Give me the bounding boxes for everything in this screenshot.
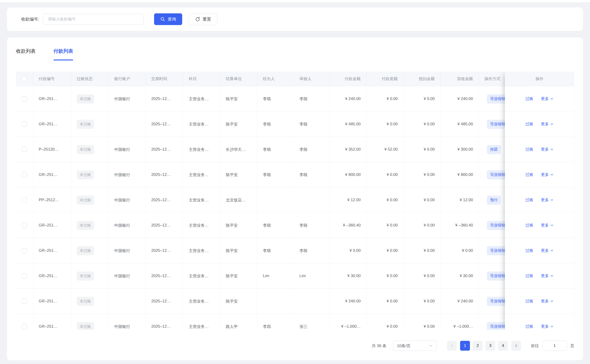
refresh-icon [195,17,200,22]
more-label: 更多 [541,147,549,152]
row-checkbox[interactable] [22,273,27,279]
post-link[interactable]: 过账 [525,248,534,253]
more-link[interactable]: 更多 [541,222,554,228]
cell-handler: 李萌 [257,111,294,137]
cell-handler: Lim [257,263,294,289]
cell-payment-no: PP–2512… [33,187,71,213]
more-link[interactable]: 更多 [541,248,554,253]
row-checkbox[interactable] [22,147,27,152]
row-checkbox[interactable] [22,122,27,127]
cell-handler [257,187,294,213]
page-button-1[interactable]: 1 [460,341,470,351]
fixed-actions-rows: 过账更多过账更多过账更多过账更多过账更多过账更多过账更多过账更多过账更多过账更多 [505,86,574,330]
cell-payment-amount: ¥ 352.00 [329,137,367,162]
row-checkbox[interactable] [22,324,27,329]
filter-bar: 收款编号: 查询 重置 [7,7,583,31]
cell-deduction-amount: ¥ 0.00 [403,238,441,263]
post-link[interactable]: 过账 [525,222,534,228]
cell-received-amount: ¥ 800.00 [441,162,479,187]
status-badge: 未过账 [77,322,94,330]
search-button-label: 查询 [168,16,176,22]
row-checkbox[interactable] [22,96,27,101]
cell-subject: 主营业务… [183,263,220,289]
more-label: 更多 [541,197,549,203]
reset-button[interactable]: 重置 [189,13,217,25]
cell-deduction-amount: ¥ 0.00 [403,314,441,330]
goto-page-input[interactable] [542,341,567,351]
cell-bank-account: 中国银行 [108,314,146,330]
cell-reviewer: Lim [294,263,329,289]
cell-deduction-amount: ¥ 0.00 [403,162,441,187]
cell-payment-no: GR–251… [33,314,71,330]
cell-payment-diff: ¥ 0.00 [367,111,403,137]
cell-received-amount: ¥ 240.00 [441,289,479,314]
more-link[interactable]: 更多 [541,147,554,152]
post-link[interactable]: 过账 [525,147,534,152]
cell-received-amount: ¥ 240.00 [441,86,479,111]
col-header-settlement-unit: 结算单位 [220,72,257,86]
table-row: GR–251…未过账2025–12…主营业务…陈平安李萌李萌¥ 485.00¥ … [16,111,574,137]
more-link[interactable]: 更多 [541,324,554,329]
row-checkbox[interactable] [22,197,27,203]
page-button-3[interactable]: 3 [485,341,495,351]
cell-payment-diff: ¥ 0.00 [367,289,403,314]
tab-receipt-list[interactable]: 收款列表 [16,48,36,60]
chevron-down-icon [550,223,554,227]
post-link[interactable]: 过账 [525,96,534,101]
more-label: 更多 [541,121,549,127]
select-all-checkbox[interactable] [22,76,27,82]
receipt-no-input[interactable] [43,14,144,25]
col-header-subject: 科目 [183,72,220,86]
more-label: 更多 [541,172,549,177]
row-actions: 过账更多 [505,213,574,238]
post-link[interactable]: 过账 [525,121,534,127]
cell-payment-amount: ¥ 30.00 [329,263,367,289]
cell-handler: 李萌 [257,86,294,111]
cell-received-amount: ¥ –360.40 [441,213,479,238]
post-link[interactable]: 过账 [525,172,534,177]
row-checkbox[interactable] [22,299,27,304]
post-link[interactable]: 过账 [525,197,534,203]
row-actions: 过账更多 [505,314,574,330]
chevron-down-icon [550,97,554,100]
row-actions: 过账更多 [505,86,574,111]
more-link[interactable]: 更多 [541,273,554,279]
prev-page-button[interactable] [447,341,457,351]
post-link[interactable]: 过账 [525,324,534,329]
chevron-left-icon [450,344,454,348]
post-link[interactable]: 过账 [525,299,534,304]
cell-deduction-amount: ¥ 0.00 [403,137,441,162]
page-button-2[interactable]: 2 [473,341,483,351]
search-button[interactable]: 查询 [154,13,182,25]
more-link[interactable]: 更多 [541,121,554,127]
post-link[interactable]: 过账 [525,273,534,279]
tab-payment-list[interactable]: 付款列表 [54,48,73,60]
cell-deduction-amount: ¥ 0.00 [403,187,441,213]
row-actions: 过账更多 [505,289,574,314]
next-page-button[interactable] [511,341,521,351]
page-button-4[interactable]: 4 [498,341,508,351]
cell-received-amount: ¥ 30.00 [441,263,479,289]
cell-payment-amount: ¥ –360.40 [329,213,367,238]
col-header-payment-diff: 付款差额 [367,72,403,86]
more-link[interactable]: 更多 [541,197,554,203]
search-icon [160,17,165,22]
method-tag: 按团 [487,145,501,154]
page-size-value: 10条/页 [397,343,411,349]
col-header-deduction-amount: 抵扣金额 [403,72,441,86]
page-size-select[interactable]: 10条/页 [393,341,437,351]
page-buttons: 1234 [460,341,508,351]
cell-payment-amount: ¥ 800.00 [329,162,367,187]
more-link[interactable]: 更多 [541,299,554,304]
row-checkbox[interactable] [22,248,27,253]
more-link[interactable]: 更多 [541,96,554,101]
payment-table: 付款编号过账状态银行账户交易时间科目结算单位经办人审核人付款金额付款差额抵扣金额… [16,72,574,330]
row-checkbox[interactable] [22,172,27,177]
more-link[interactable]: 更多 [541,172,554,177]
row-actions: 过账更多 [505,263,574,289]
row-checkbox[interactable] [22,223,27,228]
cell-payment-diff: ¥ 0.00 [367,187,403,213]
more-label: 更多 [541,222,549,228]
tab-bar: 收款列表 付款列表 [16,48,574,60]
cell-checkbox [16,111,33,137]
